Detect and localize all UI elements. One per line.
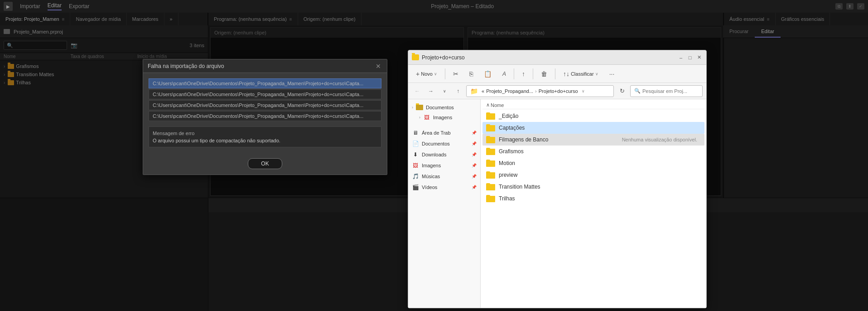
refresh-btn[interactable]: ↻ bbox=[617, 86, 627, 97]
sidebar-item-documentos[interactable]: › Documentos bbox=[408, 103, 480, 112]
nav-recent-btn[interactable]: ∨ bbox=[439, 86, 450, 97]
address-folder-icon: 📁 bbox=[470, 87, 478, 95]
nav-up-btn[interactable]: ↑ bbox=[453, 86, 463, 97]
sidebar-chevron-imagens: › bbox=[419, 115, 420, 120]
new-icon: + bbox=[416, 70, 420, 78]
error-dialog: Falha na importação do arquivo ✕ C:\User… bbox=[143, 59, 387, 175]
toolbar-share-btn[interactable]: ↑ bbox=[518, 68, 529, 80]
sidebar-videos-pin-icon: 📌 bbox=[472, 185, 477, 190]
toolbar-cut-btn[interactable]: ✂ bbox=[449, 68, 463, 80]
file-path-2[interactable]: C:\Users\pcant\OneDrive\Documentos\Proje… bbox=[149, 100, 381, 110]
sidebar-item-documentos-pinned[interactable]: 📄 Documentos 📌 bbox=[408, 138, 480, 149]
explorer-title-bar: Projeto+do+curso – □ ✕ bbox=[408, 50, 706, 65]
explorer-maximize-btn[interactable]: □ bbox=[686, 54, 694, 61]
dialog-body: C:\Users\pcant\OneDrive\Documentos\Proje… bbox=[143, 73, 387, 153]
folder-captacoes-name: Captações bbox=[499, 125, 701, 131]
explorer-close-btn[interactable]: ✕ bbox=[695, 54, 703, 61]
sidebar-musicas-icon: 🎵 bbox=[412, 173, 419, 180]
toolbar-sort-btn[interactable]: ↑↓ Classificar ∨ bbox=[559, 68, 603, 80]
dialog-footer: OK bbox=[143, 153, 387, 175]
folder-grafismos-explorer[interactable]: Grafismos bbox=[482, 146, 704, 157]
sidebar-divider bbox=[408, 124, 480, 127]
toolbar-paste-btn[interactable]: 📋 bbox=[480, 68, 496, 80]
folder-edicao-icon bbox=[486, 112, 495, 120]
sidebar-area-pin-icon: 📌 bbox=[472, 131, 477, 135]
toolbar-sep-3 bbox=[533, 68, 533, 79]
error-message: O arquivo possui um tipo de compactação … bbox=[153, 138, 377, 143]
paste-icon: 📋 bbox=[484, 70, 492, 78]
toolbar-more-btn[interactable]: ··· bbox=[605, 68, 619, 80]
explorer-main: ∧ Nome _Edição Captações bbox=[481, 99, 706, 308]
sort-name-label[interactable]: ∧ Nome bbox=[486, 102, 504, 108]
sidebar-item-musicas[interactable]: 🎵 Músicas 📌 bbox=[408, 171, 480, 182]
toolbar-rename-btn[interactable]: A bbox=[498, 68, 510, 79]
forward-icon: → bbox=[428, 88, 434, 94]
sidebar-item-imagens-nav[interactable]: › 🖼 Imagens bbox=[408, 112, 480, 123]
delete-icon: 🗑 bbox=[541, 70, 547, 78]
toolbar-new-label: Novo bbox=[421, 71, 433, 77]
folder-trilhas-explorer-name: Trilhas bbox=[499, 195, 701, 202]
sidebar-item-videos[interactable]: 🎬 Vídeos 📌 bbox=[408, 182, 480, 193]
search-bar[interactable]: 🔍 bbox=[630, 85, 703, 97]
file-path-3[interactable]: C:\Users\pcant\OneDrive\Documentos\Proje… bbox=[149, 111, 381, 121]
copy-icon: ⎘ bbox=[469, 70, 473, 78]
address-root-text: Projeto_Propagand... bbox=[486, 88, 533, 94]
search-bar-icon: 🔍 bbox=[634, 88, 641, 94]
folder-trilhas-explorer[interactable]: Trilhas bbox=[482, 193, 704, 204]
nav-forward-btn[interactable]: → bbox=[425, 86, 436, 97]
folder-motion[interactable]: Motion bbox=[482, 157, 704, 169]
sidebar-docs-icon: 📄 bbox=[412, 140, 419, 147]
ok-button[interactable]: OK bbox=[248, 158, 282, 169]
explorer-minimize-btn[interactable]: – bbox=[677, 54, 685, 61]
sidebar-downloads-pin-icon: 📌 bbox=[472, 152, 477, 157]
sidebar-videos-label: Vídeos bbox=[422, 185, 437, 190]
sort-name-text: Nome bbox=[491, 102, 504, 108]
sidebar-area-icon: 🖥 bbox=[412, 129, 419, 136]
address-dropdown-icon[interactable]: ∨ bbox=[582, 89, 585, 93]
sidebar-downloads-label: Downloads bbox=[422, 152, 446, 157]
toolbar-delete-btn[interactable]: 🗑 bbox=[537, 68, 551, 80]
nav-back-btn[interactable]: ← bbox=[412, 86, 423, 97]
toolbar-copy-btn[interactable]: ⎘ bbox=[465, 68, 477, 80]
sort-bar: ∧ Nome bbox=[482, 101, 704, 109]
sidebar-musicas-label: Músicas bbox=[422, 174, 440, 179]
sidebar-imagens-pin-icon: 📌 bbox=[472, 163, 477, 168]
sidebar-folder-icon-documentos bbox=[416, 105, 423, 110]
refresh-icon: ↻ bbox=[620, 87, 625, 94]
toolbar-new-btn[interactable]: + Novo ∨ bbox=[412, 68, 441, 80]
error-section: Mensagem de erro O arquivo possui um tip… bbox=[149, 126, 381, 147]
error-label: Mensagem de erro bbox=[153, 131, 377, 136]
explorer-window-buttons: – □ ✕ bbox=[677, 54, 703, 61]
back-icon: ← bbox=[415, 88, 420, 94]
sidebar-downloads-icon: ⬇ bbox=[412, 151, 419, 158]
folder-motion-icon bbox=[486, 160, 495, 167]
search-input[interactable] bbox=[642, 88, 699, 94]
toolbar-sep-1 bbox=[445, 68, 445, 79]
dialog-close-button[interactable]: ✕ bbox=[374, 62, 382, 70]
dialog-title-bar: Falha na importação do arquivo ✕ bbox=[143, 59, 387, 73]
file-path-1[interactable]: C:\Users\pcant\OneDrive\Documentos\Proje… bbox=[149, 89, 381, 99]
folder-transition-explorer-name: Transition Mattes bbox=[499, 184, 701, 190]
folder-filmagens[interactable]: Filmagens de Banco Nenhuma visualização … bbox=[482, 134, 704, 146]
folder-preview[interactable]: preview bbox=[482, 169, 704, 181]
folder-motion-name: Motion bbox=[499, 160, 701, 166]
explorer-title-text: Projeto+do+curso bbox=[422, 54, 465, 61]
rename-icon: A bbox=[502, 71, 506, 77]
folder-trilhas-explorer-icon bbox=[486, 195, 495, 202]
folder-filmagens-icon bbox=[486, 136, 495, 143]
sidebar-chevron-documentos: › bbox=[412, 105, 413, 110]
folder-edicao[interactable]: _Edição bbox=[482, 110, 704, 122]
address-root: « bbox=[482, 88, 484, 94]
sidebar-item-imagens-pinned[interactable]: 🖼 Imagens 📌 bbox=[408, 160, 480, 171]
sidebar-imagens-pinned-label: Imagens bbox=[422, 163, 441, 168]
folder-captacoes[interactable]: Captações bbox=[482, 122, 704, 134]
address-bar[interactable]: 📁 « Projeto_Propagand... › Projeto+do+cu… bbox=[466, 85, 614, 97]
sort-chevron-icon: ∨ bbox=[595, 72, 598, 76]
file-path-0[interactable]: C:\Users\pcant\OneDrive\Documentos\Proje… bbox=[149, 78, 381, 88]
sidebar-item-area-trab[interactable]: 🖥 Área de Trab 📌 bbox=[408, 127, 480, 138]
folder-transition-explorer[interactable]: Transition Mattes bbox=[482, 181, 704, 193]
explorer-title-folder-icon bbox=[412, 54, 419, 60]
sidebar-item-downloads[interactable]: ⬇ Downloads 📌 bbox=[408, 149, 480, 160]
sidebar-imagens-nav-icon: 🖼 bbox=[423, 114, 430, 121]
explorer-nav-bar: ← → ∨ ↑ 📁 « Projeto_Propagand... › Proje… bbox=[408, 83, 706, 99]
